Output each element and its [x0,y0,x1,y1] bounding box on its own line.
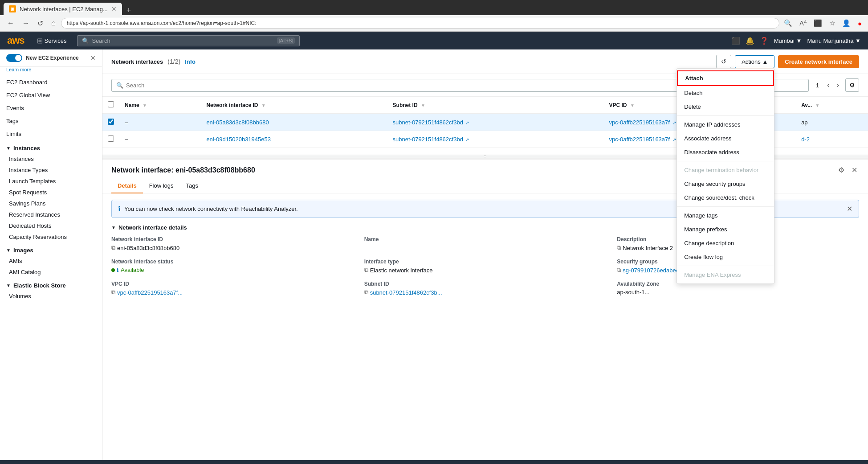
sidebar-close-btn[interactable]: ✕ [90,54,96,62]
dropdown-item-change-security-groups[interactable]: Change security groups [677,177,774,191]
prev-page-btn[interactable]: ‹ [824,80,832,90]
help-icon[interactable]: ❓ [760,37,769,45]
page-header: Network interfaces (1/2) Info ↺ Actions … [102,49,868,74]
active-browser-tab[interactable]: ▣ Network interfaces | EC2 Manag... ✕ [4,3,122,15]
back-btn[interactable]: ← [4,18,17,28]
dropdown-item-delete[interactable]: Delete [677,100,774,114]
table-settings-btn[interactable]: ⚙ [845,78,859,92]
address-bar[interactable] [61,18,779,29]
bell-icon[interactable]: 🔔 [746,37,754,45]
dropdown-item-disassociate-address[interactable]: Disassociate address [677,145,774,159]
new-tab-btn[interactable]: + [123,6,135,15]
search-input[interactable] [92,37,274,44]
ebs-section-header[interactable]: ▼ Elastic Block Store [0,278,102,291]
next-page-btn[interactable]: › [834,80,842,90]
sidebar-item-dedicated-hosts[interactable]: Dedicated Hosts [0,220,102,231]
browser-extensions-btn[interactable]: ● [856,19,864,28]
sidebar-item-ami-catalog[interactable]: AMI Catalog [0,267,102,278]
browser-bookmark-btn[interactable]: ☆ [827,18,837,28]
field-nic-id: Network interface ID ⧉ eni-05a83d3c8f08b… [111,236,354,251]
copy-icon-nic-id[interactable]: ⧉ [111,244,115,251]
row-2-nic-link[interactable]: eni-09d15020b31945e53 [206,136,271,143]
sidebar-item-capacity-reservations[interactable]: Capacity Reservations [0,231,102,242]
dropdown-item-manage-tags[interactable]: Manage tags [677,209,774,222]
tab-close-btn[interactable]: ✕ [111,5,117,12]
dropdown-item-create-flow-log[interactable]: Create flow log [677,250,774,264]
row-2-check[interactable] [108,136,114,142]
row-2-subnet-link[interactable]: subnet-0792151f4862cf3bd ↗ [393,136,469,143]
browser-search-btn[interactable]: 🔍 [782,18,794,28]
row-1-check[interactable] [108,119,114,125]
sidebar-item-savings-plans[interactable]: Savings Plans [0,198,102,209]
row-1-subnet-id[interactable]: subnet-0792151f4862cf3bd ↗ [387,114,604,131]
row-1-vpc-link[interactable]: vpc-0affb225195163a7f ↗ [609,119,676,126]
copy-icon-description[interactable]: ⧉ [617,244,621,251]
cloud-icon[interactable]: ⬛ [731,37,740,45]
region-selector[interactable]: Mumbai ▼ [774,37,802,44]
page-title-text: Network interfaces [111,58,163,65]
tab-flow-logs[interactable]: Flow logs [143,179,180,193]
vpc-id-link[interactable]: vpc-0affb225195163a7f... [117,289,183,296]
dropdown-item-manage-ip[interactable]: Manage IP addresses [677,118,774,131]
create-nic-btn[interactable]: Create network interface [778,55,859,68]
services-btn[interactable]: ⊞ Services [33,35,70,47]
row-1-nic-link[interactable]: eni-05a83d3c8f08bb680 [206,119,269,126]
row-2-nic-id[interactable]: eni-09d15020b31945e53 [201,131,387,148]
row-2-vpc-link[interactable]: vpc-0affb225195163a7f ↗ [609,136,676,143]
sidebar-item-reserved-instances[interactable]: Reserved Instances [0,209,102,220]
browser-read-btn[interactable]: Aᴬ [798,18,808,28]
dropdown-item-change-source-dest[interactable]: Change source/dest. check [677,191,774,205]
sidebar-item-instances[interactable]: Instances [0,153,102,164]
browser-screenshot-btn[interactable]: ⬛ [812,18,824,28]
select-all-checkbox[interactable] [108,101,114,107]
sidebar-item-spot-requests[interactable]: Spot Requests [0,187,102,198]
copy-icon-subnet[interactable]: ⧉ [364,289,368,296]
refresh-btn[interactable]: ↺ [35,18,46,29]
copy-icon-sg[interactable]: ⧉ [617,267,621,274]
col-checkbox[interactable] [102,97,119,114]
dropdown-item-change-description[interactable]: Change description [677,236,774,250]
sidebar-item-ec2-global-view[interactable]: EC2 Global View [0,89,102,102]
col-av[interactable]: Av... ▼ [796,97,868,114]
new-experience-toggle[interactable] [6,54,22,62]
forward-btn[interactable]: → [20,18,32,28]
sidebar-item-limits[interactable]: Limits [0,127,102,140]
copy-icon-vpc[interactable]: ⧉ [111,289,115,296]
subnet-id-link[interactable]: subnet-0792151f4862cf3b... [370,289,442,296]
col-subnet-id[interactable]: Subnet ID ▼ [387,97,604,114]
sidebar-item-ec2-dashboard[interactable]: EC2 Dashboard [0,76,102,89]
tab-details[interactable]: Details [111,179,143,193]
instances-section-header[interactable]: ▼ Instances [0,140,102,153]
aws-search-box[interactable]: 🔍 [Alt+S] [77,35,300,46]
actions-dropdown-btn[interactable]: Actions ▲ [735,55,774,68]
learn-more-link[interactable]: Learn more [0,67,102,76]
col-nic-id[interactable]: Network interface ID ▼ [201,97,387,114]
sidebar-item-tags[interactable]: Tags [0,115,102,127]
dropdown-item-associate-address[interactable]: Associate address [677,131,774,145]
sidebar-item-instance-types[interactable]: Instance Types [0,164,102,176]
detail-settings-btn[interactable]: ⚙ [836,165,846,175]
tab-tags[interactable]: Tags [180,179,204,193]
row-1-subnet-link[interactable]: subnet-0792151f4862cf3bd ↗ [393,119,469,126]
sidebar-item-amis[interactable]: AMIs [0,255,102,267]
dropdown-item-attach[interactable]: Attach [677,70,774,86]
row-1-checkbox[interactable] [102,114,119,131]
info-banner-close-btn[interactable]: ✕ [847,205,852,213]
col-name[interactable]: Name ▼ [119,97,201,114]
row-2-checkbox[interactable] [102,131,119,148]
home-btn[interactable]: ⌂ [49,18,58,28]
sidebar-item-launch-templates[interactable]: Launch Templates [0,176,102,187]
dropdown-item-manage-prefixes[interactable]: Manage prefixes [677,222,774,236]
row-2-subnet-id[interactable]: subnet-0792151f4862cf3bd ↗ [387,131,604,148]
refresh-table-btn[interactable]: ↺ [716,55,731,68]
user-menu[interactable]: Manu Manjunatha ▼ [807,37,861,44]
dropdown-item-detach[interactable]: Detach [677,86,774,100]
images-section-header[interactable]: ▼ Images [0,242,102,255]
detail-close-btn[interactable]: ✕ [850,165,859,175]
page-info-link[interactable]: Info [185,58,196,65]
sidebar-item-events[interactable]: Events [0,102,102,115]
row-1-nic-id[interactable]: eni-05a83d3c8f08bb680 [201,114,387,131]
copy-icon-interface-type[interactable]: ⧉ [364,267,368,274]
sidebar-item-volumes[interactable]: Volumes [0,291,102,302]
browser-account-btn[interactable]: 👤 [840,18,852,28]
